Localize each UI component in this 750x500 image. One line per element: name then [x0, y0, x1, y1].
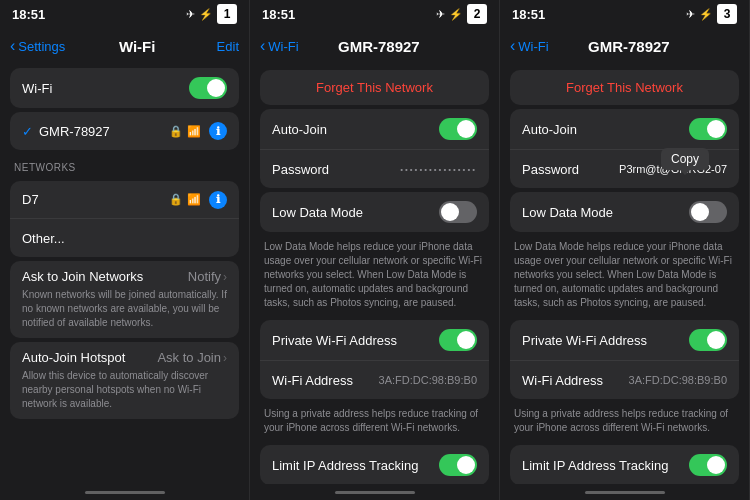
network-d7[interactable]: D7 🔒 📶 ℹ: [10, 181, 239, 219]
panel-number-2: 2: [467, 4, 487, 24]
wifi-signal-icon: 📶: [187, 125, 201, 138]
auto-join-chevron: ›: [223, 351, 227, 365]
password-item[interactable]: Password ••••••••••••••••: [260, 150, 489, 188]
back-button-3[interactable]: ‹ Wi-Fi: [510, 37, 549, 55]
auto-join-hotspot-row[interactable]: Auto-Join Hotspot Ask to Join › Allow th…: [10, 342, 239, 419]
wifi-toggle-group: Wi-Fi: [10, 68, 239, 108]
nav-bar-1: ‹ Settings Wi-Fi Edit: [0, 28, 249, 64]
ask-join-desc: Known networks will be joined automatica…: [22, 288, 227, 330]
network-other[interactable]: Other...: [10, 219, 239, 257]
networks-group: D7 🔒 📶 ℹ Other...: [10, 181, 239, 257]
low-data-desc-2: Low Data Mode helps reduce your iPhone d…: [250, 236, 499, 316]
wifi-toggle-item[interactable]: Wi-Fi: [10, 68, 239, 108]
airplane-icon-3: ✈: [686, 8, 695, 21]
content-2: Forget This Network Auto-Join Password •…: [250, 64, 499, 484]
ask-join-chevron: ›: [223, 270, 227, 284]
status-icons-1: ✈ ⚡ 1: [186, 4, 237, 24]
limit-ip-toggle-2[interactable]: [439, 454, 477, 476]
private-wifi-label-3: Private Wi-Fi Address: [522, 333, 689, 348]
info-icon-d7[interactable]: ℹ: [209, 191, 227, 209]
battery-icon-3: ⚡: [699, 8, 713, 21]
home-indicator-3: [500, 484, 749, 500]
back-label-1: Settings: [18, 39, 65, 54]
autojoin-password-group: Auto-Join Password ••••••••••••••••: [260, 109, 489, 188]
back-label-2: Wi-Fi: [268, 39, 298, 54]
private-wifi-label-2: Private Wi-Fi Address: [272, 333, 439, 348]
home-bar-2: [335, 491, 415, 494]
wifi-address-item-3: Wi-Fi Address 3A:FD:DC:98:B9:B0: [510, 361, 739, 399]
phone-panel-1: 18:51 ✈ ⚡ 1 ‹ Settings Wi-Fi Edit Wi-Fi …: [0, 0, 250, 500]
phone-panel-2: 18:51 ✈ ⚡ 2 ‹ Wi-Fi GMR-78927 Forget Thi…: [250, 0, 500, 500]
limit-ip-item-2[interactable]: Limit IP Address Tracking: [260, 445, 489, 484]
ask-join-row[interactable]: Ask to Join Networks Notify › Known netw…: [10, 261, 239, 338]
nav-title-2: GMR-78927: [299, 38, 459, 55]
autojoin-label-3: Auto-Join: [522, 122, 689, 137]
airplane-icon: ✈: [186, 8, 195, 21]
network-d7-label: D7: [22, 192, 169, 207]
low-data-toggle-3[interactable]: [689, 201, 727, 223]
auto-join-desc: Allow this device to automatically disco…: [22, 369, 227, 411]
limit-ip-item-3[interactable]: Limit IP Address Tracking: [510, 445, 739, 484]
low-data-label-2: Low Data Mode: [272, 205, 439, 220]
status-time-3: 18:51: [512, 7, 545, 22]
wifi-toggle[interactable]: [189, 77, 227, 99]
lock-icon: 🔒: [169, 125, 183, 138]
ask-join-label: Ask to Join Networks: [22, 269, 188, 284]
content-3: Forget This Network Copy Auto-Join Passw…: [500, 64, 749, 484]
wifi-address-label-3: Wi-Fi Address: [522, 373, 629, 388]
status-bar-2: 18:51 ✈ ⚡ 2: [250, 0, 499, 28]
home-bar-3: [585, 491, 665, 494]
low-data-item[interactable]: Low Data Mode: [260, 192, 489, 232]
private-wifi-item[interactable]: Private Wi-Fi Address: [260, 320, 489, 361]
status-bar-3: 18:51 ✈ ⚡ 3: [500, 0, 749, 28]
autojoin-item-3[interactable]: Auto-Join: [510, 109, 739, 150]
low-data-label-3: Low Data Mode: [522, 205, 689, 220]
low-data-item-3[interactable]: Low Data Mode: [510, 192, 739, 232]
wifi-address-label-2: Wi-Fi Address: [272, 373, 379, 388]
current-network-name: GMR-78927: [39, 124, 169, 139]
private-wifi-toggle-3[interactable]: [689, 329, 727, 351]
auto-join-value: Ask to Join: [157, 350, 221, 365]
autojoin-toggle-2[interactable]: [439, 118, 477, 140]
private-wifi-group: Private Wi-Fi Address Wi-Fi Address 3A:F…: [260, 320, 489, 399]
status-icons-2: ✈ ⚡ 2: [436, 4, 487, 24]
password-dots: ••••••••••••••••: [400, 165, 477, 174]
current-network-group: ✓ GMR-78927 🔒 📶 ℹ: [10, 112, 239, 150]
autojoin-item[interactable]: Auto-Join: [260, 109, 489, 150]
lock-icon-d7: 🔒: [169, 193, 183, 206]
ask-join-value: Notify: [188, 269, 221, 284]
info-icon[interactable]: ℹ: [209, 122, 227, 140]
back-chevron-3: ‹: [510, 37, 515, 55]
private-wifi-group-3: Private Wi-Fi Address Wi-Fi Address 3A:F…: [510, 320, 739, 399]
wifi-icon-d7: 📶: [187, 193, 201, 206]
copy-tooltip[interactable]: Copy: [661, 148, 709, 170]
status-bar-1: 18:51 ✈ ⚡ 1: [0, 0, 249, 28]
status-icons-3: ✈ ⚡ 3: [686, 4, 737, 24]
private-wifi-item-3[interactable]: Private Wi-Fi Address: [510, 320, 739, 361]
battery-icon: ⚡: [199, 8, 213, 21]
limit-ip-toggle-3[interactable]: [689, 454, 727, 476]
forget-btn-text-3: Forget This Network: [566, 80, 683, 95]
wifi-label: Wi-Fi: [22, 81, 189, 96]
wifi-addr-desc-3: Using a private address helps reduce tra…: [500, 403, 749, 441]
forget-network-btn[interactable]: Forget This Network: [260, 70, 489, 105]
battery-icon-2: ⚡: [449, 8, 463, 21]
forget-network-btn-3[interactable]: Forget This Network: [510, 70, 739, 105]
autojoin-toggle-3[interactable]: [689, 118, 727, 140]
networks-header: NETWORKS: [0, 154, 249, 177]
limit-ip-group-2: Limit IP Address Tracking: [260, 445, 489, 484]
private-wifi-toggle-2[interactable]: [439, 329, 477, 351]
back-button-2[interactable]: ‹ Wi-Fi: [260, 37, 299, 55]
nav-action-1[interactable]: Edit: [209, 39, 239, 54]
panel-number-1: 1: [217, 4, 237, 24]
auto-join-label: Auto-Join Hotspot: [22, 350, 157, 365]
wifi-address-item: Wi-Fi Address 3A:FD:DC:98:B9:B0: [260, 361, 489, 399]
phone-panel-3: 18:51 ✈ ⚡ 3 ‹ Wi-Fi GMR-78927 Forget Thi…: [500, 0, 750, 500]
current-network-item[interactable]: ✓ GMR-78927 🔒 📶 ℹ: [10, 112, 239, 150]
back-button-1[interactable]: ‹ Settings: [10, 37, 65, 55]
wifi-address-value-3: 3A:FD:DC:98:B9:B0: [629, 374, 727, 386]
content-1: Wi-Fi ✓ GMR-78927 🔒 📶 ℹ NETWORKS D7 🔒 📶 …: [0, 64, 249, 484]
limit-ip-label-3: Limit IP Address Tracking: [522, 458, 689, 473]
low-data-toggle-2[interactable]: [439, 201, 477, 223]
checkmark-icon: ✓: [22, 124, 33, 139]
